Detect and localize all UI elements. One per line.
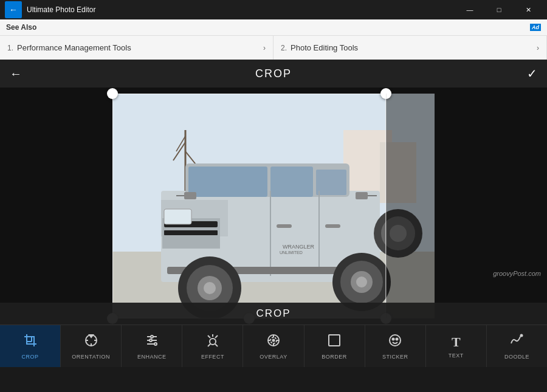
effect-label: EFFECT bbox=[201, 354, 224, 360]
tool-sticker[interactable]: STICKER bbox=[365, 325, 426, 367]
crop-icon bbox=[23, 333, 38, 351]
svg-point-67 bbox=[396, 338, 398, 340]
crop-handle-top-right[interactable] bbox=[380, 88, 391, 99]
svg-point-34 bbox=[356, 277, 367, 287]
svg-point-55 bbox=[154, 343, 157, 345]
ad-link-2-arrow: › bbox=[537, 44, 539, 52]
svg-point-68 bbox=[521, 334, 523, 336]
tool-effect[interactable]: EFFECT bbox=[182, 325, 243, 367]
orientation-icon bbox=[84, 333, 98, 351]
overlay-label: OVERLAY bbox=[260, 354, 287, 360]
svg-rect-20 bbox=[164, 230, 218, 235]
svg-rect-12 bbox=[270, 167, 313, 197]
svg-point-52 bbox=[150, 339, 152, 342]
tool-text[interactable]: T TEXT bbox=[426, 325, 487, 367]
svg-rect-21 bbox=[164, 209, 191, 224]
svg-point-59 bbox=[272, 339, 274, 341]
canvas-crop-text: CROP bbox=[256, 308, 291, 320]
text-icon: T bbox=[452, 334, 461, 350]
svg-point-66 bbox=[393, 338, 394, 340]
ad-icon: Ad bbox=[530, 24, 541, 31]
orientation-label: ORENTATION bbox=[72, 354, 110, 360]
effect-icon bbox=[205, 333, 220, 351]
maximize-button[interactable]: □ bbox=[485, 0, 513, 19]
svg-text:UNLIMITED: UNLIMITED bbox=[280, 250, 303, 255]
enhance-label: ENHANCE bbox=[137, 354, 167, 360]
ad-links-row: 1. Performance Management Tools › 2. Pho… bbox=[0, 35, 547, 60]
text-label: TEXT bbox=[449, 352, 464, 359]
ad-link-1-arrow: › bbox=[263, 44, 266, 52]
tool-orientation[interactable]: ORENTATION bbox=[61, 325, 122, 367]
tool-doodle[interactable]: DOODLE bbox=[487, 325, 547, 367]
ad-link-1-num: 1. bbox=[7, 44, 13, 52]
tool-crop[interactable]: CROP bbox=[0, 325, 61, 367]
svg-point-39 bbox=[390, 225, 407, 242]
ad-link-1-text: Performance Management Tools bbox=[17, 43, 131, 52]
close-button[interactable]: ✕ bbox=[514, 0, 542, 19]
svg-text:WRANGLER: WRANGLER bbox=[283, 244, 315, 250]
border-label: BORDER bbox=[322, 354, 347, 360]
overlay-icon bbox=[266, 333, 281, 351]
svg-rect-17 bbox=[325, 224, 340, 228]
tool-overlay[interactable]: OVERLAY bbox=[243, 325, 304, 367]
ad-link-1[interactable]: 1. Performance Management Tools › bbox=[0, 36, 274, 60]
canvas-crop-label: CROP bbox=[0, 303, 547, 325]
title-bar-back-button[interactable]: ← bbox=[5, 1, 22, 18]
ad-banner: See Also Ad bbox=[0, 19, 547, 35]
border-icon bbox=[327, 333, 342, 351]
svg-rect-13 bbox=[316, 170, 346, 195]
doodle-icon bbox=[509, 333, 524, 351]
top-bar-back-button[interactable]: ← bbox=[10, 67, 22, 81]
crop-label: CROP bbox=[22, 354, 39, 360]
svg-rect-11 bbox=[188, 167, 267, 197]
confirm-button[interactable]: ✓ bbox=[527, 66, 537, 81]
canvas-area: WRANGLER UNLIMITED CROP groovyPost.com bbox=[0, 88, 547, 325]
see-also-label: See Also bbox=[6, 23, 36, 32]
enhance-icon bbox=[145, 333, 159, 351]
tool-enhance[interactable]: ENHANCE bbox=[122, 325, 182, 367]
crop-top-bar: ← CROP ✓ bbox=[0, 60, 547, 88]
photo-container: WRANGLER UNLIMITED bbox=[112, 94, 435, 318]
jeep-photo: WRANGLER UNLIMITED bbox=[112, 94, 435, 318]
doodle-label: DOODLE bbox=[504, 354, 529, 360]
sticker-icon bbox=[388, 333, 402, 351]
sticker-label: STICKER bbox=[382, 354, 408, 360]
watermark: groovyPost.com bbox=[493, 270, 541, 277]
window-controls: — □ ✕ bbox=[456, 0, 542, 19]
tool-border[interactable]: BORDER bbox=[304, 325, 365, 367]
svg-rect-64 bbox=[329, 335, 340, 346]
svg-point-30 bbox=[204, 282, 216, 294]
minimize-button[interactable]: — bbox=[456, 0, 484, 19]
crop-title: CROP bbox=[255, 67, 292, 80]
app-title: Ultimate Photo Editor bbox=[27, 5, 451, 14]
svg-point-49 bbox=[151, 335, 153, 338]
svg-point-56 bbox=[210, 339, 216, 345]
svg-rect-24 bbox=[356, 192, 368, 199]
svg-rect-2 bbox=[380, 142, 416, 203]
svg-point-65 bbox=[390, 335, 401, 346]
crop-handle-top-left[interactable] bbox=[107, 88, 118, 99]
svg-rect-22 bbox=[184, 192, 196, 199]
title-bar: ← Ultimate Photo Editor — □ ✕ bbox=[0, 0, 547, 19]
ad-link-2-text: Photo Editing Tools bbox=[291, 43, 358, 52]
ad-link-2[interactable]: 2. Photo Editing Tools › bbox=[274, 36, 547, 60]
bottom-toolbar: CROP ORENTATION bbox=[0, 325, 547, 367]
back-arrow-icon: ← bbox=[9, 5, 18, 15]
svg-rect-16 bbox=[277, 224, 292, 228]
ad-link-2-num: 2. bbox=[281, 44, 287, 52]
